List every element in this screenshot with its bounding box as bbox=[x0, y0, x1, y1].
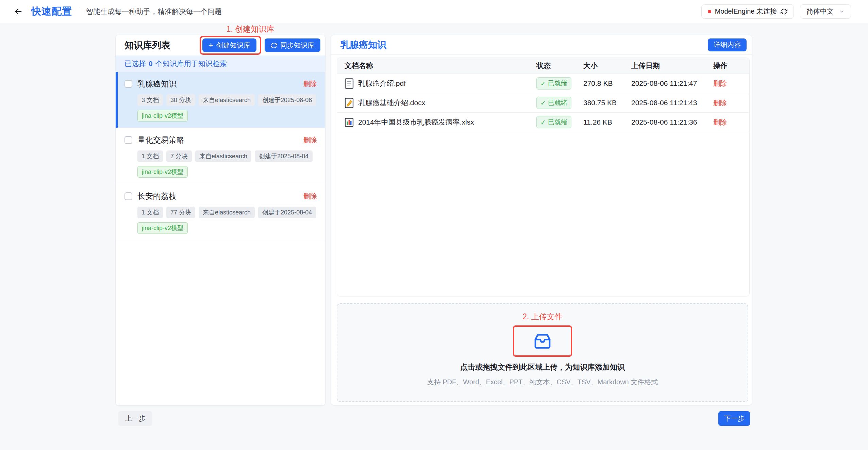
kb-detail-panel: 乳腺癌知识 详细内容 文档名称 状态 大小 上传日期 操作 乳腺癌介绍.pdf bbox=[331, 35, 752, 405]
created-date-tag: 创建于2025-08-04 bbox=[255, 150, 313, 162]
kb-item-name: 乳腺癌知识 bbox=[137, 79, 177, 89]
upload-hint-text: 支持 PDF、Word、Excel、PPT、纯文本、CSV、TSV、Markdo… bbox=[337, 377, 748, 387]
selection-count: 0 bbox=[149, 60, 153, 68]
source-tag: 来自elasticsearch bbox=[199, 94, 255, 106]
next-step-button[interactable]: 下一步 bbox=[718, 411, 750, 426]
kb-list-item[interactable]: 量化交易策略 删除 1 文档 7 分块 来自elasticsearch 创建于2… bbox=[116, 128, 325, 184]
doc-upload-date: 2025-08-06 11:21:36 bbox=[631, 118, 713, 126]
status-badge: ✓ 已就绪 bbox=[536, 116, 571, 128]
kb-checkbox[interactable] bbox=[124, 136, 132, 144]
title-divider bbox=[79, 7, 79, 16]
model-tag: jina-clip-v2模型 bbox=[137, 222, 188, 234]
docx-file-icon bbox=[345, 98, 354, 108]
pdf-file-icon bbox=[345, 78, 354, 89]
kb-detail-header: 乳腺癌知识 详细内容 bbox=[331, 35, 752, 55]
kb-delete-link[interactable]: 删除 bbox=[303, 79, 317, 89]
doc-upload-date: 2025-08-06 11:21:43 bbox=[631, 99, 713, 107]
kb-item-name: 量化交易策略 bbox=[137, 135, 184, 145]
model-tag: jina-clip-v2模型 bbox=[137, 166, 188, 178]
kb-checkbox[interactable] bbox=[124, 80, 132, 88]
column-doc-name: 文档名称 bbox=[337, 61, 536, 70]
sync-kb-button[interactable]: 同步知识库 bbox=[265, 38, 320, 52]
detail-content-button[interactable]: 详细内容 bbox=[708, 38, 747, 51]
column-size: 大小 bbox=[583, 61, 631, 70]
kb-list-item[interactable]: 乳腺癌知识 删除 3 文档 30 分块 来自elasticsearch 创建于2… bbox=[116, 72, 325, 128]
kb-delete-link[interactable]: 删除 bbox=[303, 135, 317, 145]
kb-checkbox[interactable] bbox=[124, 192, 132, 200]
arrow-left-icon bbox=[14, 7, 23, 16]
source-tag: 来自elasticsearch bbox=[195, 150, 251, 162]
chunk-count-tag: 77 分块 bbox=[166, 207, 195, 218]
page-title: 快速配置 bbox=[31, 5, 72, 18]
status-badge: ✓ 已就绪 bbox=[536, 97, 571, 109]
model-engine-status[interactable]: ModelEngine 未连接 bbox=[701, 4, 794, 19]
doc-count-tag: 1 文档 bbox=[137, 150, 163, 162]
table-row: 2014年中国县级市乳腺癌发病率.xlsx ✓ 已就绪 11.26 KB 202… bbox=[337, 113, 749, 132]
model-tag: jina-clip-v2模型 bbox=[137, 110, 188, 122]
annotation-step2: 2. 上传文件 bbox=[337, 311, 748, 322]
documents-table: 文档名称 状态 大小 上传日期 操作 乳腺癌介绍.pdf ✓ 已就绪 bbox=[337, 58, 750, 296]
quick-config-page: 快速配置 智能生成每一种助手，精准解决每一个问题 ModelEngine 未连接… bbox=[0, 0, 868, 450]
doc-size: 380.75 KB bbox=[583, 99, 631, 107]
kb-item-name: 长安的荔枝 bbox=[137, 191, 177, 202]
language-selector[interactable]: 简体中文 bbox=[800, 4, 851, 19]
check-icon: ✓ bbox=[540, 80, 546, 87]
language-label: 简体中文 bbox=[806, 7, 834, 16]
create-kb-button[interactable]: + 创建知识库 bbox=[202, 38, 256, 52]
doc-delete-link[interactable]: 删除 bbox=[713, 80, 727, 87]
kb-item-tags: 3 文档 30 分块 来自elasticsearch 创建于2025-08-06 bbox=[137, 94, 317, 106]
prev-step-button[interactable]: 上一步 bbox=[118, 411, 152, 426]
column-action: 操作 bbox=[713, 61, 749, 70]
kb-item-tags: 1 文档 77 分块 来自elasticsearch 创建于2025-08-04 bbox=[137, 207, 317, 218]
upload-main-text: 点击或拖拽文件到此区域上传，为知识库添加知识 bbox=[337, 362, 748, 372]
table-row: 乳腺癌基础介绍.docx ✓ 已就绪 380.75 KB 2025-08-06 … bbox=[337, 93, 749, 113]
created-date-tag: 创建于2025-08-04 bbox=[258, 207, 316, 218]
status-badge: ✓ 已就绪 bbox=[536, 77, 571, 90]
doc-name: 乳腺癌基础介绍.docx bbox=[358, 98, 425, 108]
column-upload-date: 上传日期 bbox=[631, 61, 713, 70]
kb-item-tags: 1 文档 7 分块 来自elasticsearch 创建于2025-08-04 bbox=[137, 150, 317, 162]
doc-delete-link[interactable]: 删除 bbox=[713, 99, 727, 107]
kb-detail-title: 乳腺癌知识 bbox=[340, 39, 386, 51]
kb-list-panel: 知识库列表 + 创建知识库 同步知识库 已选择 0 个知识库 bbox=[115, 35, 326, 406]
chunk-count-tag: 30 分块 bbox=[166, 94, 195, 106]
upload-dropzone[interactable]: 2. 上传文件 点击或拖拽文件到此区域上传，为知识库添加知识 支持 PDF、Wo… bbox=[337, 303, 748, 402]
annotation-box-upload bbox=[513, 325, 572, 357]
doc-size: 11.26 KB bbox=[583, 118, 631, 126]
doc-delete-link[interactable]: 删除 bbox=[713, 118, 727, 126]
page-subtitle: 智能生成每一种助手，精准解决每一个问题 bbox=[86, 7, 222, 16]
table-header-row: 文档名称 状态 大小 上传日期 操作 bbox=[337, 58, 749, 74]
topbar: 快速配置 智能生成每一种助手，精准解决每一个问题 ModelEngine 未连接… bbox=[0, 0, 868, 23]
disconnected-dot-icon bbox=[708, 10, 711, 13]
doc-count-tag: 1 文档 bbox=[137, 207, 163, 218]
model-engine-label: ModelEngine 未连接 bbox=[715, 7, 777, 16]
doc-size: 270.8 KB bbox=[583, 79, 631, 87]
chunk-count-tag: 7 分块 bbox=[166, 150, 192, 162]
kb-delete-link[interactable]: 删除 bbox=[303, 192, 317, 201]
kb-list-header: 知识库列表 + 创建知识库 同步知识库 bbox=[116, 35, 325, 55]
table-row: 乳腺癌介绍.pdf ✓ 已就绪 270.8 KB 2025-08-06 11:2… bbox=[337, 74, 749, 93]
annotation-step1: 1. 创建知识库 bbox=[220, 24, 280, 34]
xlsx-file-icon bbox=[345, 117, 354, 128]
source-tag: 来自elasticsearch bbox=[199, 207, 255, 218]
created-date-tag: 创建于2025-08-06 bbox=[258, 94, 316, 106]
check-icon: ✓ bbox=[540, 118, 546, 126]
doc-upload-date: 2025-08-06 11:21:47 bbox=[631, 79, 713, 87]
refresh-icon[interactable] bbox=[781, 8, 787, 15]
selection-banner: 已选择 0 个知识库用于知识检索 bbox=[116, 55, 325, 72]
chevron-down-icon bbox=[839, 9, 845, 14]
kb-list-item[interactable]: 长安的荔枝 删除 1 文档 77 分块 来自elasticsearch 创建于2… bbox=[116, 184, 325, 240]
doc-count-tag: 3 文档 bbox=[137, 94, 163, 106]
annotation-box-create: + 创建知识库 bbox=[200, 36, 261, 55]
column-status: 状态 bbox=[536, 61, 583, 70]
doc-name: 2014年中国县级市乳腺癌发病率.xlsx bbox=[358, 117, 474, 127]
back-button[interactable] bbox=[12, 5, 24, 18]
kb-list-title: 知识库列表 bbox=[124, 39, 170, 51]
plus-icon: + bbox=[208, 41, 213, 49]
doc-name: 乳腺癌介绍.pdf bbox=[358, 79, 406, 88]
inbox-upload-icon bbox=[533, 332, 552, 351]
sync-icon bbox=[271, 42, 277, 49]
check-icon: ✓ bbox=[540, 99, 546, 107]
